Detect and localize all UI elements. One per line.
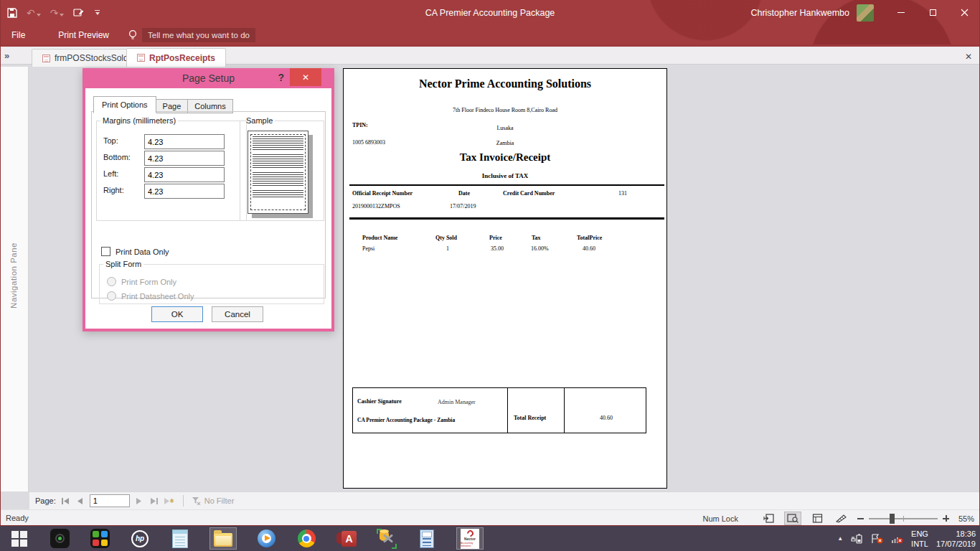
- design-view-icon[interactable]: [833, 512, 850, 525]
- touch-mouse-mode-icon[interactable]: [73, 8, 85, 18]
- cashier-signature-label: Cashier Signature: [357, 398, 402, 405]
- sample-legend: Sample: [244, 116, 275, 125]
- left-margin-input[interactable]: [144, 167, 225, 182]
- checkbox-box[interactable]: [101, 247, 110, 256]
- redo-icon[interactable]: ↷: [50, 7, 65, 19]
- radio-label: Print Datasheet Only: [121, 292, 194, 301]
- tell-me-input[interactable]: Tell me what you want to do: [142, 28, 255, 42]
- shutter-bar-open-button[interactable]: »: [4, 50, 9, 61]
- clock[interactable]: 18:36 17/07/2019: [936, 529, 976, 549]
- item-product: Pepsi: [362, 245, 374, 252]
- language-indicator[interactable]: ENG INTL: [911, 529, 928, 549]
- next-page-icon[interactable]: [133, 495, 145, 507]
- undo-icon[interactable]: ↶: [27, 7, 41, 19]
- previous-page-icon[interactable]: [75, 495, 86, 507]
- action-center-flag-icon[interactable]: [871, 534, 883, 544]
- tell-me-control[interactable]: Tell me what you want to do: [128, 28, 255, 42]
- zoom-slider[interactable]: [869, 514, 938, 524]
- taskbar: hp A Nector Accounting Solutions ▲: [0, 526, 980, 551]
- maximize-button[interactable]: [917, 0, 948, 25]
- taskbar-chrome-icon[interactable]: [296, 528, 317, 550]
- bottom-margin-input[interactable]: [144, 151, 225, 166]
- help-icon[interactable]: ?: [278, 72, 284, 83]
- ok-button[interactable]: OK: [151, 306, 203, 322]
- power-battery-icon[interactable]: [851, 534, 863, 544]
- last-page-icon[interactable]: [149, 495, 160, 507]
- minimize-button[interactable]: [885, 0, 917, 25]
- report-object-icon: [137, 54, 145, 62]
- close-button[interactable]: [948, 0, 980, 25]
- taskbar-webcam-app-icon[interactable]: [49, 528, 70, 550]
- current-page-input[interactable]: [90, 494, 130, 507]
- new-record-icon[interactable]: [164, 495, 175, 507]
- page-label: Page:: [35, 496, 56, 505]
- sample-group: Sample: [240, 116, 324, 221]
- taskbar-media-player-icon[interactable]: [255, 528, 277, 550]
- save-icon[interactable]: [7, 8, 17, 18]
- account-avatar[interactable]: [857, 4, 874, 22]
- customize-quick-access-icon[interactable]: [94, 10, 100, 15]
- print-preview-view-icon[interactable]: [784, 512, 801, 525]
- first-page-icon[interactable]: [60, 495, 71, 507]
- taskbar-file-explorer-icon[interactable]: [209, 527, 237, 550]
- taskbar-nector-app-icon[interactable]: Nector Accounting Solutions: [456, 527, 484, 550]
- col-price: Price: [489, 235, 502, 241]
- filter-toggle[interactable]: No Filter: [192, 496, 235, 505]
- item-total: 40.60: [583, 245, 595, 252]
- layout-view-icon[interactable]: [809, 512, 826, 525]
- col-qty-sold: Qty Sold: [435, 235, 457, 241]
- start-button[interactable]: [9, 528, 30, 550]
- col-official-receipt-number: Official Receipt Number: [352, 190, 413, 197]
- zoom-out-icon[interactable]: [857, 518, 864, 519]
- tab-rptposreceipts[interactable]: RptPosReceipts: [126, 48, 226, 67]
- col-product-name: Product Name: [362, 235, 397, 241]
- tab-frmposstockssold[interactable]: frmPOSStocksSold: [32, 49, 139, 67]
- zoom-slider-thumb[interactable]: [890, 514, 895, 524]
- navigation-pane-collapsed[interactable]: Navigation Pane: [0, 67, 29, 491]
- form-object-icon: [42, 55, 50, 62]
- zoom-level[interactable]: 55%: [954, 514, 974, 523]
- tab-label: RptPosReceipts: [149, 53, 215, 63]
- record-navigation-bar: Page: No Filter: [29, 491, 980, 509]
- taskbar-access-icon[interactable]: A: [336, 528, 357, 550]
- close-object-icon[interactable]: ✕: [963, 51, 974, 62]
- right-margin-input[interactable]: [144, 184, 225, 199]
- taskbar-database-tools-icon[interactable]: [376, 528, 397, 550]
- document-tabstrip: » frmPOSStocksSold RptPosReceipts ✕: [0, 44, 980, 65]
- receipt-footer-table: Cashier Signature Admin Manager CA Premi…: [352, 387, 646, 433]
- divider: [183, 495, 184, 507]
- show-hidden-icons-chevron[interactable]: ▲: [837, 535, 843, 542]
- radio-circle: [107, 291, 116, 301]
- page-setup-dialog: Page Setup ? ✕ Print Options Page Column…: [83, 68, 334, 331]
- ribbon-tab-file[interactable]: File: [0, 25, 37, 44]
- footer-cell-total-label: Total Receipt: [507, 388, 565, 433]
- report-view-icon[interactable]: [760, 512, 777, 525]
- divider-line: [349, 217, 664, 220]
- taskbar-calculator-icon[interactable]: [416, 528, 438, 550]
- ribbon-tab-print-preview[interactable]: Print Preview: [47, 25, 121, 44]
- zoom-in-icon[interactable]: [943, 515, 949, 522]
- tab-label: frmPOSStocksSold: [55, 53, 128, 63]
- dialog-close-button[interactable]: ✕: [290, 68, 321, 86]
- network-disconnected-icon[interactable]: [891, 534, 903, 544]
- company-country: Zambia: [344, 140, 666, 146]
- statusbar-right: Num Lock 55%: [702, 510, 974, 527]
- top-margin-input[interactable]: [144, 134, 225, 149]
- account-name[interactable]: Christopher Hankwembo: [750, 8, 849, 18]
- taskbar-hp-icon[interactable]: hp: [129, 528, 151, 550]
- tab-print-options[interactable]: Print Options: [93, 96, 156, 113]
- receipt-date: 17/07/2019: [450, 203, 476, 209]
- total-receipt-value: 40.60: [600, 415, 613, 421]
- filter-label: No Filter: [204, 496, 235, 505]
- print-data-only-checkbox[interactable]: Print Data Only: [101, 247, 169, 256]
- col-total-price: TotalPrice: [577, 235, 602, 241]
- radio-print-datasheet-only: Print Datasheet Only: [107, 291, 194, 301]
- package-line: CA Premier Accounting Package - Zambia: [357, 417, 455, 423]
- taskbar-puzzle-app-icon[interactable]: [89, 528, 110, 550]
- item-tax: 16.00%: [531, 245, 549, 252]
- col-tax: Tax: [532, 235, 541, 241]
- taskbar-notepad-icon[interactable]: [169, 528, 191, 550]
- company-city: Lusaka: [344, 125, 666, 131]
- col-date: Date: [458, 190, 470, 197]
- cancel-button[interactable]: Cancel: [212, 306, 263, 322]
